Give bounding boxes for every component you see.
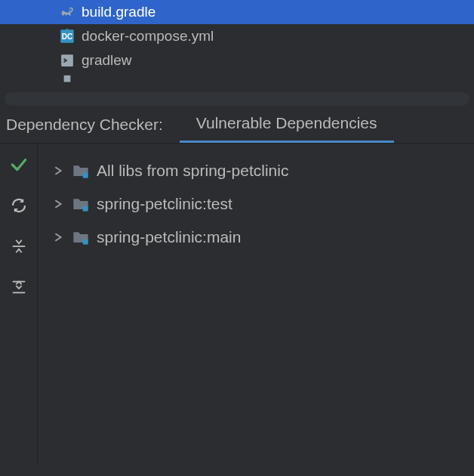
svg-rect-7 — [83, 173, 88, 178]
file-label: docker-compose.yml — [82, 28, 214, 45]
tab-vulnerable-dependencies[interactable]: Vulnerable Dependencies — [180, 106, 394, 143]
tool-window-toolbar — [0, 144, 38, 464]
tool-window-tabs: Dependency Checker: Vulnerable Dependenc… — [0, 106, 474, 144]
module-folder-icon — [72, 162, 89, 179]
file-row[interactable]: DC docker-compose.yml — [0, 24, 474, 48]
project-file-tree: build.gradle DC docker-compose.yml gradl… — [0, 0, 474, 85]
collapse-all-icon[interactable] — [8, 236, 29, 257]
dependency-label: spring-petclinic:test — [97, 195, 232, 213]
svg-rect-4 — [12, 246, 25, 247]
svg-rect-9 — [83, 240, 88, 245]
dependency-node[interactable]: All libs from spring-petclinic — [44, 154, 474, 187]
chevron-right-icon[interactable] — [51, 199, 65, 209]
horizontal-scrollbar[interactable] — [5, 92, 469, 106]
svg-rect-3 — [64, 76, 71, 82]
check-icon[interactable] — [8, 154, 29, 175]
file-label: gradlew — [82, 52, 132, 69]
file-row-truncated — [0, 73, 474, 85]
file-icon — [59, 73, 75, 85]
svg-rect-8 — [83, 206, 88, 212]
dependency-tree: All libs from spring-petclinic spring-pe… — [38, 144, 474, 464]
module-folder-icon — [72, 196, 89, 212]
script-icon — [59, 52, 75, 69]
svg-text:DC: DC — [62, 32, 72, 41]
file-label: build.gradle — [82, 4, 155, 20]
chevron-right-icon[interactable] — [51, 166, 65, 175]
dependency-label: All libs from spring-petclinic — [97, 162, 288, 180]
file-row[interactable]: gradlew — [0, 48, 474, 73]
module-folder-icon — [72, 229, 89, 246]
dependency-label: spring-petclinic:main — [97, 228, 241, 246]
svg-rect-6 — [12, 292, 25, 293]
dependency-node[interactable]: spring-petclinic:main — [44, 221, 474, 254]
dependency-node[interactable]: spring-petclinic:test — [44, 187, 474, 221]
refresh-icon[interactable] — [8, 195, 29, 216]
chevron-right-icon[interactable] — [51, 233, 65, 242]
tool-window-title: Dependency Checker: — [2, 116, 180, 134]
expand-all-icon[interactable] — [8, 277, 29, 298]
docker-compose-icon: DC — [59, 28, 75, 45]
gradle-icon — [59, 4, 75, 20]
file-row[interactable]: build.gradle — [0, 0, 474, 24]
